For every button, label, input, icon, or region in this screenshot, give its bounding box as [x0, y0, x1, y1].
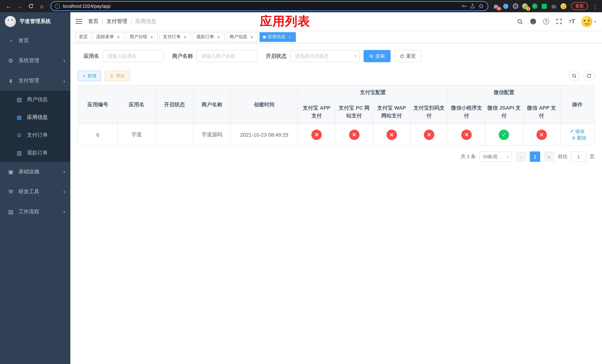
col-created: 创建时间	[230, 85, 298, 124]
chevron-down-icon: ▾	[63, 59, 65, 63]
grid-icon: ▦	[16, 114, 22, 121]
sidebar-item-infra[interactable]: ▣ 基础设施 ▾	[0, 162, 70, 182]
tab-process-form[interactable]: 流程表单×	[93, 32, 124, 42]
sidebar-item-home[interactable]: ◔ 首页	[0, 31, 70, 51]
col-merchant: 商户名称	[194, 85, 230, 124]
browser-home-icon[interactable]: ⌂	[37, 1, 47, 11]
browser-chrome: ← → ⌂ i localhost:1024/pay/app 10	[0, 0, 602, 12]
export-button[interactable]: 导出	[105, 71, 129, 81]
page-size-select[interactable]: 10条/页 ▾	[479, 151, 512, 162]
circle-extension-icon[interactable]	[512, 3, 519, 10]
gear-icon: ⚙	[7, 57, 14, 64]
puzzle2-extension-icon[interactable]	[550, 3, 557, 10]
page-number-current[interactable]: 1	[530, 151, 540, 162]
bookmark-star-icon[interactable]	[478, 3, 484, 9]
tags-view: 首页 流程表单× 用户分组× 支付订单× 退款订单× 商户信息× 应用信息×	[70, 31, 602, 43]
drop-extension-icon[interactable]	[502, 3, 509, 10]
emoji-extension-icon[interactable]	[560, 3, 567, 10]
edit-link[interactable]: 修改	[570, 128, 585, 135]
github-icon[interactable]	[529, 18, 537, 25]
pagination: 共 1 条 10条/页 ▾ ‹ 1 › 前往 页	[78, 151, 595, 162]
sidebar-item-refund-order[interactable]: ▥ 退款订单	[0, 144, 70, 162]
avatar-caret-icon: ▾	[594, 20, 596, 23]
tab-close-icon[interactable]: ×	[149, 34, 154, 39]
col-status: 开启状态	[155, 85, 194, 124]
col-app-id: 应用编号	[78, 85, 118, 124]
sidebar-toggle-icon[interactable]	[75, 17, 83, 26]
password-key-icon[interactable]	[461, 3, 467, 9]
browser-forward-icon[interactable]: →	[15, 1, 24, 11]
font-size-icon[interactable]: TT	[568, 18, 576, 25]
app-name-input[interactable]	[103, 50, 164, 62]
tab-close-icon[interactable]: ×	[216, 34, 221, 39]
monitor-icon: ▣	[7, 169, 14, 175]
sidebar-item-system[interactable]: ⚙ 系统管理 ▾	[0, 51, 70, 71]
search-icon[interactable]	[516, 18, 524, 25]
sidebar-item-merchant-info[interactable]: ▤ 商户信息	[0, 91, 70, 108]
goto-page-input[interactable]	[571, 151, 586, 162]
navbar-actions: ? TT ▾	[516, 16, 596, 27]
sidebar-item-payment[interactable]: ¥ 支付管理 ▴	[0, 71, 70, 91]
tab-pay-order[interactable]: 支付订单×	[160, 32, 191, 42]
check-icon	[499, 129, 509, 140]
filter-form: 应用名 商户名称 开启状态 ▾	[78, 50, 595, 62]
fullscreen-icon[interactable]	[555, 18, 563, 25]
tab-app-info[interactable]: 应用信息×	[259, 32, 296, 42]
yen-icon: ¥	[7, 78, 14, 84]
refresh-table-button[interactable]	[583, 70, 595, 81]
site-info-icon[interactable]: i	[55, 3, 60, 9]
table-toolbar: + 新增 导出	[78, 70, 595, 81]
breadcrumb-payment[interactable]: 支付管理	[107, 18, 127, 25]
col-app-name: 应用名	[118, 85, 156, 124]
reset-button[interactable]: 重置	[394, 50, 421, 62]
sidebar-item-devtools[interactable]: ⚒ 研发工具 ▾	[0, 182, 70, 202]
show-search-button[interactable]	[569, 70, 580, 81]
add-button[interactable]: + 新增	[78, 71, 101, 81]
tab-close-icon[interactable]: ×	[249, 34, 254, 39]
document-icon: ▥	[16, 150, 22, 156]
search-button[interactable]: 搜索	[364, 50, 391, 62]
url-bar[interactable]: i localhost:1024/pay/app	[50, 1, 488, 11]
cross-icon	[536, 129, 547, 140]
user-avatar[interactable]: ▾	[581, 16, 596, 27]
merchant-name-label: 商户名称	[172, 53, 193, 59]
app-name-label: 应用名	[84, 53, 99, 59]
page-content: 应用名 商户名称 开启状态 ▾	[70, 43, 602, 364]
tab-user-group[interactable]: 用户分组×	[126, 32, 158, 42]
browser-back-icon[interactable]: ←	[4, 1, 13, 11]
browser-refresh-icon[interactable]	[26, 1, 35, 11]
sidebar-item-pay-order[interactable]: ⊙ 支付订单	[0, 126, 70, 144]
merchant-name-input[interactable]	[197, 50, 258, 62]
delete-link[interactable]: 删除	[572, 135, 587, 141]
tab-home[interactable]: 首页	[75, 32, 91, 42]
tab-close-icon[interactable]: ×	[287, 34, 292, 39]
breadcrumb-home[interactable]: 首页	[88, 18, 98, 25]
profile-extension-icon[interactable]: 1	[522, 3, 528, 10]
extensions-puzzle-icon[interactable]: 10	[493, 3, 499, 10]
sidebar-logo[interactable]: 芋道管理系统	[0, 12, 70, 31]
extension-badge: 1	[526, 7, 530, 11]
tab-close-icon[interactable]: ×	[183, 34, 188, 39]
pagination-total: 共 1 条	[461, 153, 476, 160]
wechat-devtool-icon[interactable]	[541, 3, 548, 10]
col-actions: 操作	[560, 85, 594, 124]
check-extension-icon[interactable]: ✓	[531, 3, 538, 10]
status-select[interactable]: ▾	[290, 50, 360, 62]
tab-merchant-info[interactable]: 商户信息×	[226, 32, 258, 42]
sidebar-item-app-info[interactable]: ▦ 应用信息	[0, 108, 70, 126]
chevron-down-icon: ▾	[63, 210, 65, 214]
next-page-button[interactable]: ›	[544, 151, 554, 162]
dashboard-icon: ◔	[7, 38, 14, 44]
tab-close-icon[interactable]: ×	[116, 34, 121, 39]
help-icon[interactable]: ?	[542, 18, 550, 25]
order-icon: ⊙	[16, 132, 22, 139]
tab-refund-order[interactable]: 退款订单×	[193, 32, 224, 42]
prev-page-button[interactable]: ‹	[516, 151, 526, 162]
logo-image	[5, 16, 16, 27]
browser-menu-icon[interactable]: ⋮	[592, 3, 598, 9]
sidebar-item-workflow[interactable]: ▧ 工作流程 ▾	[0, 202, 70, 222]
share-icon[interactable]	[470, 3, 475, 9]
browser-update-button[interactable]: 更新	[571, 2, 588, 10]
payment-submenu: ▤ 商户信息 ▦ 应用信息 ⊙ 支付订单 ▥ 退款订单	[0, 91, 70, 162]
url-text: localhost:1024/pay/app	[63, 3, 458, 9]
